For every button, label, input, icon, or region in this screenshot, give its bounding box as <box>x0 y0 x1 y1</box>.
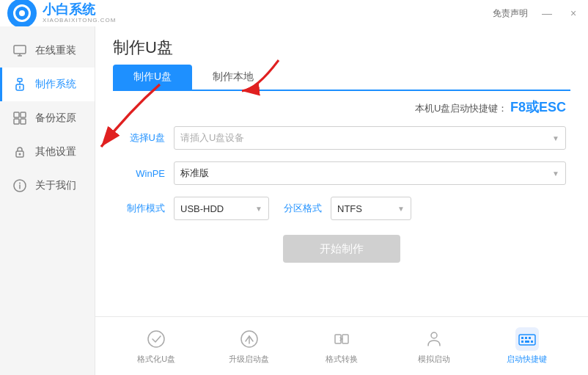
toolbar-shortcut-keys[interactable]: 启动快捷键 <box>501 327 553 365</box>
svg-rect-0 <box>14 45 26 54</box>
form-area: 选择U盘 请插入U盘设备 ▼ WinPE 标准版 ▼ 制作模式 USB-HDD <box>95 119 588 316</box>
sidebar-item-other-settings[interactable]: 其他设置 <box>0 135 95 169</box>
sidebar-label-online-reinstall: 在线重装 <box>35 44 76 57</box>
sidebar-item-backup-restore[interactable]: 备份还原 <box>0 101 95 135</box>
toolbar-simulate-boot[interactable]: 模拟启动 <box>408 327 460 365</box>
svg-point-17 <box>148 331 164 347</box>
sidebar-label-other-settings: 其他设置 <box>35 145 76 159</box>
winpe-label: WinPE <box>117 168 165 179</box>
convert-icon <box>330 327 353 351</box>
winpe-row: WinPE 标准版 ▼ <box>117 161 566 185</box>
usb-placeholder: 请插入U盘设备 <box>180 131 244 145</box>
svg-rect-23 <box>519 335 535 345</box>
red-arrow-svg <box>235 53 293 97</box>
info-icon <box>12 178 28 194</box>
upload-icon <box>238 327 261 351</box>
sidebar-item-make-system[interactable]: 制作系统 <box>0 68 95 101</box>
sidebar-item-online-reinstall[interactable]: 在线重装 <box>0 34 95 68</box>
svg-rect-7 <box>14 112 19 117</box>
svg-rect-10 <box>21 119 26 124</box>
shortcut-prefix: 本机U盘启动快捷键： <box>415 103 507 114</box>
mode-select[interactable]: USB-HDD ▼ <box>174 197 269 220</box>
usb-label: 选择U盘 <box>117 131 165 145</box>
titlebar: 小白系统 XIAOBAIXITONG.COM 免责声明 — × <box>0 0 588 26</box>
shortcut-keys: F8或ESC <box>510 100 566 114</box>
usb-icon <box>12 76 28 92</box>
brand-text: 小白系统 XIAOBAIXITONG.COM <box>43 3 116 24</box>
svg-point-22 <box>431 332 437 338</box>
monitor-icon <box>12 43 28 59</box>
toolbar-shortcut-keys-label: 启动快捷键 <box>507 354 547 365</box>
winpe-value: 标准版 <box>180 167 209 180</box>
winpe-select[interactable]: 标准版 ▼ <box>174 161 566 185</box>
partition-value: NTFS <box>337 203 362 214</box>
svg-rect-3 <box>18 79 22 81</box>
minimize-button[interactable]: — <box>540 7 554 19</box>
content-area: 制作U盘 制作U盘 制作本地 本机U盘启动快捷键： F8或ESC <box>95 26 588 375</box>
svg-rect-8 <box>21 112 26 117</box>
toolbar-format-convert[interactable]: 格式转换 <box>316 327 367 365</box>
svg-rect-20 <box>335 335 341 343</box>
page-title-bar: 制作U盘 <box>95 26 588 59</box>
toolbar-format-convert-label: 格式转换 <box>326 354 358 365</box>
disclaimer-link[interactable]: 免责声明 <box>493 7 528 20</box>
winpe-dropdown-arrow: ▼ <box>552 170 559 178</box>
lock-icon <box>12 144 28 160</box>
tab-make-usb[interactable]: 制作U盘 <box>113 65 192 91</box>
toolbar-simulate-boot-label: 模拟启动 <box>418 354 450 365</box>
svg-rect-24 <box>521 337 523 339</box>
brand-name: 小白系统 <box>43 3 116 18</box>
logo-icon <box>7 0 37 28</box>
toolbar-upgrade-boot-label: 升级启动盘 <box>229 354 269 365</box>
close-button[interactable]: × <box>566 7 581 19</box>
check-circle-icon <box>144 327 168 351</box>
toolbar-format-usb[interactable]: 格式化U盘 <box>131 327 182 365</box>
mode-label: 制作模式 <box>117 202 165 215</box>
logo-inner-icon <box>13 4 31 22</box>
svg-point-12 <box>19 153 21 156</box>
mode-dropdown-arrow: ▼ <box>255 205 262 213</box>
svg-rect-29 <box>525 341 529 343</box>
sidebar-label-backup-restore: 备份还原 <box>35 112 76 125</box>
start-button[interactable]: 开始制作 <box>283 235 400 263</box>
svg-rect-21 <box>342 335 348 343</box>
tabs-container: 制作U盘 制作本地 <box>113 65 570 91</box>
usb-select[interactable]: 请插入U盘设备 ▼ <box>174 126 566 150</box>
sidebar: 在线重装 制作系统 备份还原 <box>0 26 95 375</box>
svg-rect-30 <box>531 341 533 343</box>
start-btn-container: 开始制作 <box>117 235 566 263</box>
partition-dropdown-arrow: ▼ <box>397 205 405 213</box>
mode-value: USB-HDD <box>180 203 224 214</box>
person-icon <box>422 327 446 351</box>
svg-rect-9 <box>14 119 19 124</box>
brand-subtitle: XIAOBAIXITONG.COM <box>43 17 116 23</box>
sidebar-label-make-system: 制作系统 <box>35 78 76 91</box>
partition-select[interactable]: NTFS ▼ <box>331 197 411 220</box>
svg-rect-28 <box>521 341 523 343</box>
svg-rect-26 <box>529 337 531 339</box>
main-container: 在线重装 制作系统 备份还原 <box>0 26 588 375</box>
shortcut-hint: 本机U盘启动快捷键： F8或ESC <box>95 91 588 119</box>
usb-dropdown-arrow: ▼ <box>552 134 559 142</box>
usb-row: 选择U盘 请插入U盘设备 ▼ <box>117 126 566 150</box>
partition-label: 分区格式 <box>284 202 322 215</box>
toolbar-format-usb-label: 格式化U盘 <box>137 354 175 365</box>
mode-row: 制作模式 USB-HDD ▼ 分区格式 NTFS ▼ <box>117 197 566 220</box>
svg-point-15 <box>19 183 21 184</box>
sidebar-item-about-us[interactable]: 关于我们 <box>0 169 95 203</box>
svg-rect-25 <box>525 337 527 339</box>
logo-area: 小白系统 XIAOBAIXITONG.COM <box>0 0 116 28</box>
grid-icon <box>12 110 28 126</box>
toolbar-upgrade-boot[interactable]: 升级启动盘 <box>224 327 275 365</box>
sidebar-label-about-us: 关于我们 <box>35 179 76 192</box>
bottom-toolbar: 格式化U盘 升级启动盘 <box>95 316 588 375</box>
titlebar-controls: 免责声明 — × <box>493 7 581 20</box>
keyboard-icon <box>515 327 539 351</box>
page-title: 制作U盘 <box>113 37 173 59</box>
